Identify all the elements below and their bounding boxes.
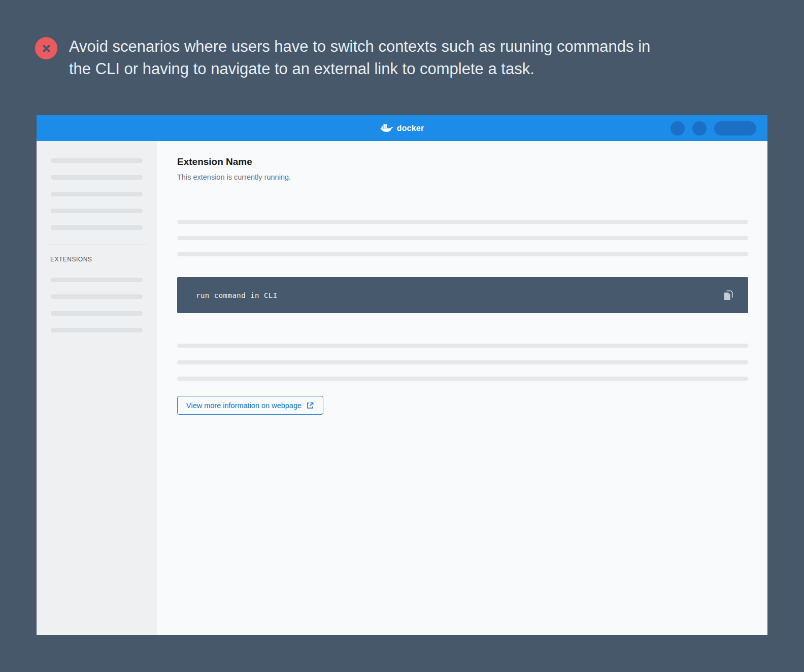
content-skeleton-line xyxy=(177,377,748,381)
header-controls xyxy=(671,121,756,136)
docker-desktop-window: docker EXTENSIONS xyxy=(37,115,767,635)
content-skeleton-line xyxy=(177,344,748,348)
view-webpage-button-label: View more information on webpage xyxy=(186,401,302,410)
sidebar-skeleton-item xyxy=(51,209,143,213)
view-webpage-button[interactable]: View more information on webpage xyxy=(177,396,323,415)
x-circle-icon xyxy=(35,37,57,59)
content-skeleton-line xyxy=(177,236,748,240)
docker-wordmark: docker xyxy=(397,124,424,133)
sidebar-skeleton-item xyxy=(51,294,143,299)
window-header: docker xyxy=(37,115,767,141)
cli-command-text: run command in CLI xyxy=(196,291,278,299)
sidebar-divider xyxy=(46,245,148,245)
docker-logo: docker xyxy=(380,123,424,133)
header-control-pill[interactable] xyxy=(714,121,756,136)
annotation-text: Avoid scenarios where users have to swit… xyxy=(69,36,759,80)
annotation-line-2: the CLI or having to navigate to an exte… xyxy=(69,58,759,80)
cli-code-block: run command in CLI xyxy=(177,277,748,313)
copy-command-button[interactable] xyxy=(721,289,734,302)
window-body: EXTENSIONS Extension Name This extension… xyxy=(37,141,767,635)
content-skeleton-line xyxy=(177,252,748,256)
page-background: Avoid scenarios where users have to swit… xyxy=(0,0,804,672)
sidebar-skeleton-item xyxy=(51,278,143,282)
sidebar-skeleton-item xyxy=(51,192,143,196)
docker-whale-icon xyxy=(380,123,394,133)
dont-annotation: Avoid scenarios where users have to swit… xyxy=(35,36,759,80)
content-skeleton-line xyxy=(177,220,748,224)
sidebar-skeleton-item xyxy=(51,158,143,163)
content-skeleton-line xyxy=(177,360,748,364)
x-icon xyxy=(40,42,53,55)
external-link-icon xyxy=(306,401,314,410)
sidebar-section-label: EXTENSIONS xyxy=(50,256,92,263)
extension-title: Extension Name xyxy=(177,156,252,167)
extension-detail-panel: Extension Name This extension is current… xyxy=(157,141,767,635)
annotation-line-1: Avoid scenarios where users have to swit… xyxy=(69,36,759,58)
header-control-circle-1[interactable] xyxy=(671,121,685,136)
sidebar-skeleton-item xyxy=(51,328,143,332)
extension-status-text: This extension is currently running. xyxy=(177,173,291,181)
copy-icon xyxy=(722,289,734,301)
sidebar-skeleton-item xyxy=(51,311,143,316)
sidebar: EXTENSIONS xyxy=(37,141,157,635)
header-control-circle-2[interactable] xyxy=(692,121,707,136)
sidebar-skeleton-item xyxy=(51,175,143,180)
sidebar-skeleton-item xyxy=(51,225,143,230)
